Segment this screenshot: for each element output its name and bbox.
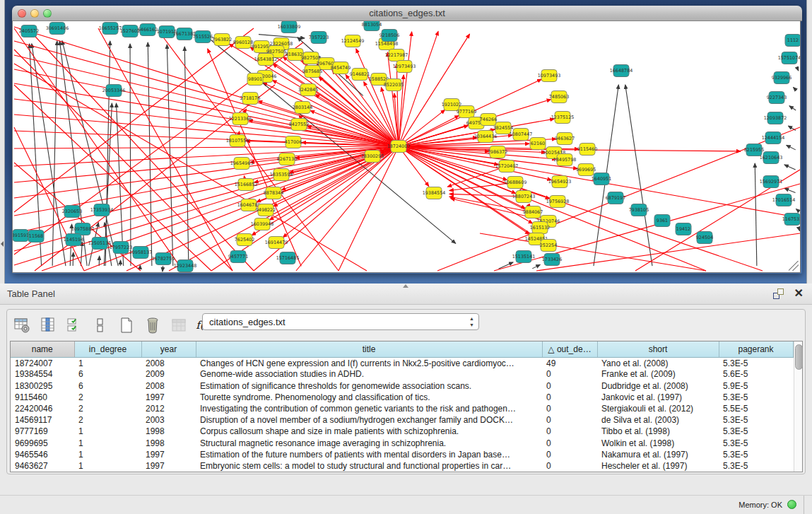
network-canvas[interactable]: 1872400779638228960128891295423226058982… (12, 21, 801, 273)
table-scrollbar[interactable] (794, 341, 803, 472)
network-node[interactable]: 62160 (530, 138, 546, 150)
table-row[interactable]: 1456911722003Disruption of a novel membe… (11, 414, 793, 426)
network-node[interactable]: 1615132 (530, 222, 550, 234)
network-node[interactable]: 9218506 (379, 30, 399, 42)
network-node[interactable]: 15135141 (512, 251, 536, 263)
network-node[interactable]: 8454749 (331, 62, 351, 74)
network-node[interactable]: 10688609 (504, 177, 527, 189)
network-node[interactable]: 8215955 (744, 144, 764, 156)
collapse-left-arrow-icon[interactable] (1, 241, 4, 247)
network-node[interactable]: 19654923 (548, 176, 572, 188)
network-node[interactable]: 12444154 (762, 132, 785, 144)
network-node[interactable]: 1640951 (592, 173, 611, 185)
network-node[interactable]: 9463627 (555, 133, 575, 145)
network-node[interactable]: 15166852 (235, 179, 258, 191)
table-settings-icon[interactable] (13, 316, 31, 334)
network-node[interactable]: 924504 (696, 232, 713, 244)
network-node[interactable]: 15751074 (778, 52, 800, 64)
network-node[interactable]: 2405572 (19, 25, 39, 37)
close-panel-icon[interactable]: ✕ (794, 286, 804, 300)
network-node[interactable]: 8813054 (362, 21, 382, 31)
table-row[interactable]: 969969511998Structural magnetic resonanc… (11, 437, 793, 448)
table-mode-icon[interactable] (91, 316, 110, 334)
network-node[interactable]: 1145194 (64, 234, 83, 246)
network-node[interactable]: 1167533 (782, 214, 800, 226)
column-header-name[interactable]: name (11, 341, 74, 357)
resize-grip-icon[interactable] (789, 261, 799, 271)
network-node[interactable]: 16648784 (610, 65, 633, 77)
network-node[interactable]: 7357223 (309, 32, 329, 44)
network-node[interactable]: 10655257 (99, 23, 122, 35)
table-row[interactable]: 946362711997Embryonic stem cells: a mode… (11, 460, 793, 472)
network-node[interactable]: 9146821 (350, 69, 370, 81)
network-node[interactable]: 12213366 (229, 113, 252, 125)
network-node[interactable]: 7515526 (193, 31, 213, 43)
network-node[interactable]: 9777169 (457, 106, 476, 118)
network-node[interactable]: 7938105 (629, 204, 649, 216)
network-node[interactable]: 9875685 (302, 66, 322, 78)
table-row[interactable]: 1830029562008Estimation of significance … (11, 380, 793, 392)
column-header-title[interactable]: title (196, 341, 542, 357)
network-node[interactable]: 1112 (785, 35, 800, 47)
float-panel-icon[interactable] (773, 288, 784, 299)
network-node[interactable]: 16033809 (278, 21, 301, 33)
network-node[interactable]: 12093872 (764, 112, 787, 124)
network-node[interactable]: 30691406 (46, 23, 69, 35)
network-node[interactable]: 417006 (285, 136, 302, 148)
column-header-year[interactable]: year (141, 341, 196, 357)
network-node[interactable]: 12375125 (551, 112, 575, 124)
table-row[interactable]: 2242004622012Investigating the contribut… (11, 403, 793, 414)
network-node[interactable]: 20053346 (102, 85, 126, 97)
network-node[interactable]: 19384554 (423, 187, 446, 199)
network-node[interactable]: 10975887 (71, 223, 95, 235)
select-rows-icon[interactable] (65, 316, 83, 334)
network-node[interactable]: 15720407 (495, 160, 519, 173)
network-node[interactable]: 9457771 (228, 251, 248, 263)
import-table-disabled-icon[interactable] (170, 316, 188, 334)
network-node[interactable]: 9498222 (256, 204, 276, 216)
column-visibility-icon[interactable] (39, 316, 57, 334)
network-node[interactable]: 18353594 (270, 169, 293, 181)
network-node[interactable]: 8427552 (289, 119, 309, 131)
network-node[interactable]: 7485063 (549, 91, 569, 103)
network-node[interactable]: 6466162 (138, 24, 158, 36)
network-node[interactable]: 19654963 (230, 158, 254, 170)
network-node[interactable]: 7625402 (235, 234, 254, 246)
network-node[interactable]: 9699695 (576, 164, 596, 176)
window-titlebar[interactable]: citations_edges.txt (12, 6, 802, 21)
table-scrollbar-thumb[interactable] (795, 344, 803, 370)
network-node[interactable]: 16914479 (265, 237, 288, 249)
network-node[interactable]: 17016514 (772, 194, 796, 206)
table-row[interactable]: 946554611997Estimation of the future num… (11, 449, 793, 460)
network-node[interactable]: 12124549 (341, 35, 365, 47)
delete-table-icon[interactable] (143, 316, 162, 334)
network-node[interactable]: 9227343 (767, 92, 787, 104)
network-node[interactable]: 1733426 (542, 254, 562, 266)
network-node[interactable]: 17353934 (90, 204, 114, 216)
network-node[interactable]: 19412 (676, 223, 691, 235)
network-node[interactable]: 9329966 (772, 72, 792, 84)
table-row[interactable]: 1938455462009Genome-wide association stu… (11, 368, 793, 380)
network-node[interactable]: 2320653 (62, 206, 82, 218)
network-node[interactable]: 391591 (13, 230, 29, 242)
network-node[interactable]: 8522035 (384, 79, 404, 91)
table-row[interactable]: 977716911998Corpus callosum shape and si… (11, 426, 793, 437)
network-node[interactable]: 11568 (28, 230, 44, 243)
network-node[interactable]: 9115460 (577, 144, 597, 156)
network-node[interactable]: 12973493 (393, 61, 416, 73)
new-table-icon[interactable] (117, 316, 136, 334)
network-node[interactable]: 98901 (247, 74, 263, 86)
column-header-in_degree[interactable]: in_degree (74, 341, 141, 357)
network-node[interactable]: 6879197 (606, 192, 625, 204)
network-node[interactable]: 8878344 (264, 187, 283, 199)
network-node[interactable]: 16210643 (760, 152, 783, 164)
network-node[interactable]: 2718176 (240, 93, 260, 105)
network-node[interactable]: 9884067 (523, 206, 543, 218)
network-node[interactable]: 9361 (654, 215, 670, 227)
network-node[interactable]: 8267130 (277, 153, 297, 165)
network-node[interactable]: 19756928 (546, 196, 570, 208)
network-node[interactable]: 2803144 (293, 102, 312, 114)
column-header-out_de[interactable]: △ out_de… (542, 341, 597, 357)
network-node[interactable]: 15692971 (760, 176, 783, 188)
column-header-short[interactable]: short (597, 341, 719, 357)
